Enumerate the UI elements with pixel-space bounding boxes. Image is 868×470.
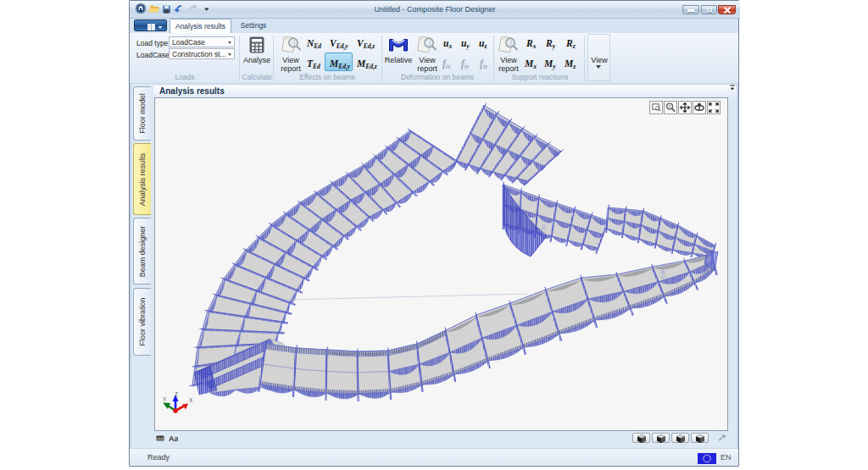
- svg-text:50,62: 50,62: [541, 224, 546, 237]
- svg-text:X: X: [189, 397, 193, 403]
- svg-text:Y: Y: [163, 396, 167, 402]
- svg-text:Z: Z: [175, 391, 178, 397]
- svg-text:Aa: Aa: [169, 434, 178, 442]
- svg-text:0,00: 0,00: [660, 268, 665, 279]
